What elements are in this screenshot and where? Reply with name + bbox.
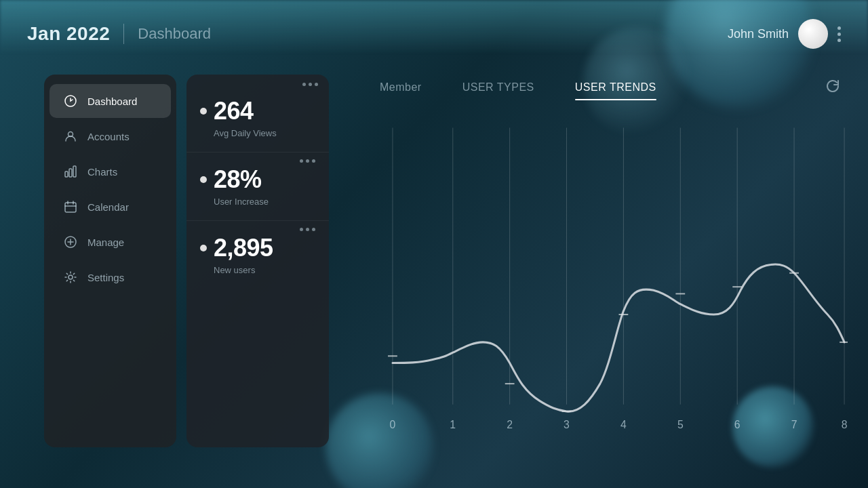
svg-text:1: 1: [450, 418, 456, 430]
sidebar-item-calendar[interactable]: Calendar: [50, 190, 171, 224]
svg-text:8: 8: [842, 418, 848, 430]
header-divider: [123, 24, 124, 44]
stat-dot-2: [200, 176, 207, 183]
stat-label-new-users: New users: [200, 265, 315, 275]
sidebar-item-settings[interactable]: Settings: [50, 260, 171, 294]
svg-text:6: 6: [734, 418, 741, 430]
stat-block-3-menu[interactable]: [300, 228, 315, 231]
header: Jan 2022 Dashboard John Smith: [0, 0, 868, 68]
svg-text:3: 3: [564, 418, 570, 430]
sidebar-item-manage-label: Manage: [87, 237, 124, 248]
stat-block-user-increase: 28% User Increase: [186, 152, 329, 221]
menu-dot-5: [306, 159, 309, 163]
svg-text:7: 7: [791, 418, 797, 430]
tab-member[interactable]: Member: [359, 75, 442, 100]
stats-panel-header: [186, 75, 329, 90]
menu-dot-4: [300, 159, 303, 163]
chart-tabs: Member USER TYPES USER TRENDS: [339, 75, 848, 100]
refresh-button[interactable]: [825, 78, 841, 98]
dot-1: [837, 26, 841, 30]
stat-value-user-increase: 28%: [214, 165, 262, 194]
menu-dot-1: [302, 83, 306, 86]
calendar-icon: [63, 199, 78, 214]
chart-container: 0 1 2 3 4 5 6 7 8: [339, 114, 848, 446]
stat-value-row-2: 28%: [200, 165, 315, 194]
sidebar-item-charts[interactable]: Charts: [50, 155, 171, 188]
sidebar-item-manage[interactable]: Manage: [50, 225, 171, 259]
dot-2: [837, 33, 841, 36]
stat-value-row-3: 2,895: [200, 234, 315, 262]
stat-block-2-header: [200, 159, 315, 165]
svg-rect-5: [65, 203, 76, 212]
accounts-icon: [63, 129, 78, 144]
avatar[interactable]: [798, 19, 828, 49]
sidebar-item-calendar-label: Calendar: [87, 201, 129, 213]
header-right: John Smith: [728, 19, 841, 49]
stat-block-2-menu[interactable]: [300, 159, 315, 163]
sidebar-item-dashboard-label: Dashboard: [87, 96, 137, 107]
manage-icon: [63, 235, 78, 249]
sidebar-item-settings-label: Settings: [87, 272, 124, 283]
charts-icon: [63, 164, 78, 179]
svg-point-7: [68, 275, 73, 279]
header-nav-label: Dashboard: [138, 25, 211, 43]
menu-dot-2: [309, 83, 312, 86]
settings-icon: [63, 270, 78, 285]
dashboard-icon: [63, 94, 78, 108]
sidebar: Dashboard Accounts Charts Calendar: [44, 75, 176, 447]
sidebar-item-dashboard[interactable]: Dashboard: [50, 84, 171, 118]
menu-dot-3: [315, 83, 318, 86]
sidebar-item-accounts[interactable]: Accounts: [50, 119, 171, 153]
header-date: Jan 2022: [27, 23, 110, 45]
stat-block-new-users: 2,895 New users: [186, 221, 329, 289]
menu-dot-9: [312, 228, 315, 231]
menu-dot-6: [312, 159, 315, 163]
stat-label-daily-views: Avg Daily Views: [200, 128, 315, 138]
sidebar-item-accounts-label: Accounts: [87, 131, 130, 142]
svg-text:4: 4: [620, 418, 627, 430]
svg-text:2: 2: [507, 418, 513, 430]
svg-text:0: 0: [390, 418, 396, 430]
sidebar-item-charts-label: Charts: [87, 166, 117, 178]
svg-text:5: 5: [677, 418, 684, 430]
username-label: John Smith: [728, 27, 789, 41]
stats-panel: 264 Avg Daily Views 28% User Increase: [186, 75, 329, 447]
menu-dot-7: [300, 228, 303, 231]
stat-value-new-users: 2,895: [214, 234, 273, 262]
dot-3: [837, 39, 841, 42]
tab-user-trends[interactable]: USER TRENDS: [555, 75, 677, 100]
stat-dot-1: [200, 108, 207, 115]
stats-panel-menu[interactable]: [302, 83, 318, 86]
stat-block-3-header: [200, 228, 315, 234]
stat-label-user-increase: User Increase: [200, 197, 315, 207]
svg-rect-4: [73, 166, 76, 177]
svg-rect-3: [69, 169, 72, 177]
stat-block-daily-views: 264 Avg Daily Views: [186, 90, 329, 152]
more-options-button[interactable]: [837, 26, 841, 42]
svg-rect-2: [65, 171, 68, 177]
stat-dot-3: [200, 245, 207, 251]
tab-user-types[interactable]: USER TYPES: [442, 75, 555, 100]
stat-value-row-1: 264: [200, 97, 315, 125]
stat-value-daily-views: 264: [214, 97, 254, 125]
menu-dot-8: [306, 228, 309, 231]
chart-svg: 0 1 2 3 4 5 6 7 8: [339, 114, 848, 446]
chart-area: Member USER TYPES USER TRENDS: [339, 75, 848, 447]
